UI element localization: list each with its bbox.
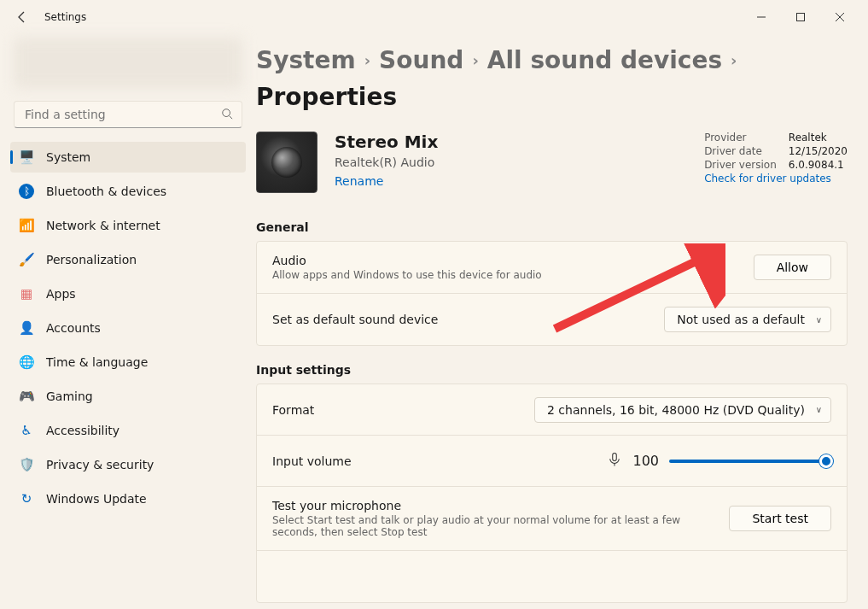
svg-rect-1 bbox=[797, 14, 805, 21]
sidebar-item-windows-update[interactable]: ↻ Windows Update bbox=[10, 483, 246, 514]
general-card-group: Audio Allow apps and Windows to use this… bbox=[256, 241, 848, 346]
breadcrumb-sound[interactable]: Sound bbox=[379, 46, 463, 74]
search-icon bbox=[221, 107, 233, 123]
apps-icon: ▦ bbox=[19, 286, 34, 302]
minimize-icon bbox=[757, 13, 766, 21]
sidebar-item-label: Gaming bbox=[46, 389, 93, 403]
provider-value: Realtek bbox=[789, 132, 848, 143]
breadcrumb-all-sound-devices[interactable]: All sound devices bbox=[487, 46, 722, 74]
driver-date-value: 12/15/2020 bbox=[789, 145, 848, 157]
start-test-button[interactable]: Start test bbox=[729, 506, 831, 531]
microphone-icon[interactable] bbox=[607, 452, 622, 471]
rename-link[interactable]: Rename bbox=[335, 174, 383, 188]
time-language-icon: 🌐 bbox=[19, 354, 34, 370]
titlebar: Settings bbox=[0, 0, 868, 34]
sidebar-item-personalization[interactable]: 🖌️ Personalization bbox=[10, 244, 246, 275]
sidebar-item-label: Network & internet bbox=[46, 219, 160, 232]
sidebar-item-gaming[interactable]: 🎮 Gaming bbox=[10, 381, 246, 412]
arrow-left-icon bbox=[15, 10, 29, 24]
partial-row-cutoff bbox=[257, 551, 847, 602]
sidebar-item-network[interactable]: 📶 Network & internet bbox=[10, 210, 246, 241]
sidebar-item-accessibility[interactable]: ♿ Accessibility bbox=[10, 415, 246, 446]
volume-slider[interactable] bbox=[669, 453, 831, 470]
close-icon bbox=[836, 13, 844, 21]
sidebar-item-label: Bluetooth & devices bbox=[46, 184, 166, 198]
test-mic-row: Test your microphone Select Start test a… bbox=[257, 487, 847, 551]
accessibility-icon: ♿ bbox=[19, 423, 34, 438]
privacy-icon: 🛡️ bbox=[19, 457, 34, 472]
sidebar-item-label: Personalization bbox=[46, 253, 137, 266]
breadcrumb: System › Sound › All sound devices › Pro… bbox=[256, 46, 848, 111]
breadcrumb-current: Properties bbox=[256, 83, 397, 111]
sidebar: 🖥️ System ᛒ Bluetooth & devices 📶 Networ… bbox=[0, 34, 256, 609]
format-title: Format bbox=[272, 403, 314, 417]
default-device-row: Set as default sound device Not used as … bbox=[257, 294, 847, 345]
chevron-right-icon: › bbox=[731, 51, 737, 69]
bluetooth-icon: ᛒ bbox=[19, 184, 34, 199]
sidebar-item-time-language[interactable]: 🌐 Time & language bbox=[10, 347, 246, 378]
maximize-icon bbox=[796, 13, 805, 21]
allow-button[interactable]: Allow bbox=[754, 255, 831, 280]
svg-point-4 bbox=[223, 108, 230, 116]
sidebar-item-privacy[interactable]: 🛡️ Privacy & security bbox=[10, 449, 246, 480]
window-title: Settings bbox=[44, 11, 86, 23]
search-input[interactable] bbox=[23, 107, 221, 122]
driver-date-label: Driver date bbox=[704, 145, 777, 157]
volume-value: 100 bbox=[632, 453, 659, 469]
sidebar-item-label: Time & language bbox=[46, 355, 148, 369]
input-card-group: Format 2 channels, 16 bit, 48000 Hz (DVD… bbox=[256, 384, 848, 603]
device-name: Stereo Mix bbox=[335, 132, 438, 152]
format-value: 2 channels, 16 bit, 48000 Hz (DVD Qualit… bbox=[547, 403, 805, 417]
format-dropdown[interactable]: 2 channels, 16 bit, 48000 Hz (DVD Qualit… bbox=[534, 397, 831, 423]
device-header: Stereo Mix Realtek(R) Audio Rename Provi… bbox=[256, 132, 848, 193]
search-input-wrapper[interactable] bbox=[14, 101, 242, 128]
default-device-title: Set as default sound device bbox=[272, 313, 438, 326]
sidebar-item-apps[interactable]: ▦ Apps bbox=[10, 278, 246, 309]
check-driver-updates-link[interactable]: Check for driver updates bbox=[704, 173, 848, 184]
sidebar-item-label: Privacy & security bbox=[46, 458, 154, 471]
sidebar-item-label: Windows Update bbox=[46, 492, 147, 506]
device-description: Realtek(R) Audio bbox=[335, 155, 438, 169]
sidebar-item-accounts[interactable]: 👤 Accounts bbox=[10, 313, 246, 343]
content: System › Sound › All sound devices › Pro… bbox=[256, 34, 868, 609]
driver-version-value: 6.0.9084.1 bbox=[789, 159, 848, 171]
maximize-button[interactable] bbox=[781, 3, 820, 31]
sidebar-item-label: Accessibility bbox=[46, 424, 119, 437]
driver-version-label: Driver version bbox=[704, 159, 777, 171]
test-mic-title: Test your microphone bbox=[272, 499, 682, 512]
minimize-button[interactable] bbox=[742, 3, 781, 31]
accounts-icon: 👤 bbox=[19, 320, 34, 336]
system-icon: 🖥️ bbox=[19, 149, 34, 165]
chevron-right-icon: › bbox=[472, 51, 478, 69]
speaker-device-icon bbox=[256, 132, 317, 193]
sidebar-item-system[interactable]: 🖥️ System bbox=[10, 142, 246, 173]
audio-row-desc: Allow apps and Windows to use this devic… bbox=[272, 269, 542, 281]
chevron-right-icon: › bbox=[364, 51, 370, 69]
section-title-general: General bbox=[256, 220, 848, 234]
format-row: Format 2 channels, 16 bit, 48000 Hz (DVD… bbox=[257, 384, 847, 436]
network-icon: 📶 bbox=[19, 218, 34, 233]
personalization-icon: 🖌️ bbox=[19, 252, 34, 267]
volume-row: Input volume 100 bbox=[257, 436, 847, 487]
sidebar-item-label: System bbox=[46, 150, 90, 164]
svg-line-5 bbox=[230, 115, 233, 119]
breadcrumb-system[interactable]: System bbox=[256, 46, 356, 74]
back-button[interactable] bbox=[9, 3, 36, 31]
windows-update-icon: ↻ bbox=[19, 491, 34, 507]
default-device-value: Not used as a default bbox=[677, 313, 805, 326]
nav: 🖥️ System ᛒ Bluetooth & devices 📶 Networ… bbox=[10, 140, 246, 516]
svg-rect-6 bbox=[613, 453, 617, 460]
section-title-input: Input settings bbox=[256, 363, 848, 377]
user-account-block[interactable] bbox=[14, 38, 242, 89]
default-device-dropdown[interactable]: Not used as a default bbox=[664, 307, 831, 332]
sidebar-item-label: Accounts bbox=[46, 321, 101, 335]
close-button[interactable] bbox=[820, 3, 859, 31]
driver-info: Provider Realtek Driver date 12/15/2020 … bbox=[704, 132, 848, 184]
sidebar-item-bluetooth[interactable]: ᛒ Bluetooth & devices bbox=[10, 176, 246, 207]
audio-row: Audio Allow apps and Windows to use this… bbox=[257, 242, 847, 294]
provider-label: Provider bbox=[704, 132, 777, 143]
test-mic-desc: Select Start test and talk or play audio… bbox=[272, 514, 682, 538]
audio-row-title: Audio bbox=[272, 254, 542, 267]
gaming-icon: 🎮 bbox=[19, 389, 34, 404]
sidebar-item-label: Apps bbox=[46, 287, 76, 301]
